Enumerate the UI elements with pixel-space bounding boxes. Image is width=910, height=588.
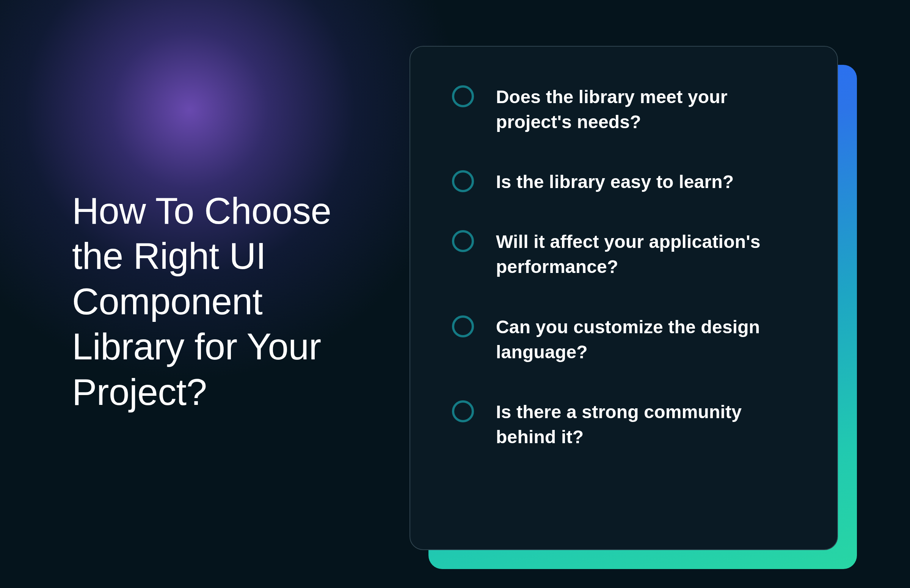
list-item-text: Does the library meet your project's nee…: [496, 84, 792, 134]
circle-icon: [452, 230, 474, 252]
circle-icon: [452, 170, 474, 192]
page-heading: How To Choose the Right UI Component Lib…: [72, 173, 360, 415]
list-item-text: Is the library easy to learn?: [496, 170, 734, 194]
card-wrapper: Does the library meet your project's nee…: [409, 46, 838, 550]
circle-icon: [452, 315, 474, 338]
list-item: Does the library meet your project's nee…: [452, 84, 799, 134]
checklist-card: Does the library meet your project's nee…: [409, 46, 838, 550]
list-item: Can you customize the design language?: [452, 315, 799, 365]
list-item: Is there a strong community behind it?: [452, 400, 799, 450]
content-container: How To Choose the Right UI Component Lib…: [0, 0, 910, 588]
list-item-text: Will it affect your application's perfor…: [496, 229, 792, 279]
circle-icon: [452, 401, 474, 422]
list-item-text: Is there a strong community behind it?: [496, 400, 792, 450]
list-item: Is the library easy to learn?: [452, 170, 799, 194]
circle-icon: [452, 85, 474, 107]
list-item-text: Can you customize the design language?: [496, 315, 792, 365]
list-item: Will it affect your application's perfor…: [452, 229, 799, 279]
